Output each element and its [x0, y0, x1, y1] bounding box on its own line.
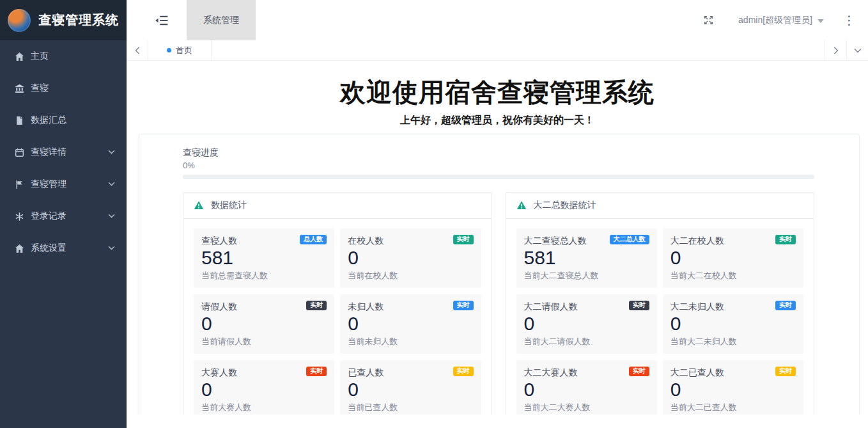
tab-home-label: 首页: [176, 45, 192, 56]
app-root: 查寝管理系统 主页 查寝 数据汇总 查寝详情 查寝管理 登录记录 系统设置: [0, 0, 868, 428]
stat-badge: 大二总人数: [610, 235, 649, 244]
sidebar-item-label: 主页: [31, 51, 115, 62]
stat-card: 在校人数 实时 0 当前在校人数: [340, 228, 481, 288]
sidebar-item-label: 查寝详情: [31, 147, 108, 158]
app-logo-area: 查寝管理系统: [0, 0, 127, 40]
sidebar-item-5[interactable]: 登录记录: [0, 200, 127, 232]
stat-badge: 实时: [453, 301, 474, 310]
stat-label: 大二在校人数: [670, 235, 724, 246]
stat-value: 0: [348, 313, 473, 334]
stat-label: 大二查寝总人数: [524, 235, 587, 246]
sidebar-item-label: 数据汇总: [31, 115, 115, 126]
main-content: 欢迎使用宿舍查寝管理系统 上午好，超级管理员，祝你有美好的一天！ 查寝进度 0%: [127, 61, 868, 415]
stat-footer: 当前已查人数: [348, 402, 473, 413]
stat-value: 0: [524, 379, 649, 400]
stat-footer: 当前在校人数: [348, 270, 473, 281]
stat-card: 大二查寝总人数 大二总人数 581 当前大二查寝总人数: [516, 228, 657, 288]
warning-icon: [194, 200, 204, 210]
progress-bar: [183, 175, 814, 179]
stat-label: 查寝人数: [201, 235, 237, 246]
stat-value: 0: [670, 313, 796, 334]
tabs-scroll-right-icon[interactable]: [825, 40, 846, 60]
home-icon: [14, 51, 24, 61]
stat-value: 0: [524, 313, 649, 334]
stat-card: 大二未归人数 实时 0 当前大二未归人数: [663, 294, 803, 354]
stat-card: 未归人数 实时 0 当前未归人数: [340, 294, 481, 354]
stat-value: 0: [348, 379, 473, 400]
stat-footer: 当前大赛人数: [201, 402, 327, 413]
sidebar-item-3[interactable]: 查寝详情: [0, 136, 127, 168]
stat-badge: 实时: [453, 235, 474, 244]
stat-card: 大二已查人数 实时 0 当前大二已查人数: [663, 360, 803, 415]
stat-card: 大赛人数 实时 0 当前大赛人数: [194, 360, 334, 415]
flag-icon: [14, 179, 24, 189]
stat-card: 已查人数 实时 0 当前已查人数: [340, 360, 481, 415]
fullscreen-icon[interactable]: [700, 12, 717, 29]
tabs-menu-icon[interactable]: [846, 40, 868, 60]
tab-system-management-label: 系统管理: [203, 15, 239, 26]
caret-down-icon: [818, 19, 824, 23]
stat-value: 581: [201, 248, 327, 268]
panel-body: 查寝人数 总人数 581 当前总需查寝人数 在校人数 实时 0 当前在校人数 请…: [183, 219, 492, 415]
active-tab-dot: [167, 48, 171, 52]
calendar-icon: [14, 147, 24, 157]
progress-label: 查寝进度: [183, 147, 814, 159]
sidebar-menu: 主页 查寝 数据汇总 查寝详情 查寝管理 登录记录 系统设置: [0, 40, 127, 264]
stat-badge: 实时: [775, 301, 796, 310]
dashboard-card: 查寝进度 0% 数据统计: [139, 134, 860, 415]
stat-label: 大赛人数: [201, 367, 237, 378]
stat-value: 0: [201, 379, 327, 400]
app-title: 查寝管理系统: [38, 12, 119, 29]
stat-label: 在校人数: [348, 235, 384, 246]
stat-label: 大二未归人数: [670, 301, 724, 312]
sidebar-item-0[interactable]: 主页: [0, 40, 127, 72]
stat-footer: 当前请假人数: [201, 336, 327, 347]
sidebar-item-1[interactable]: 查寝: [0, 72, 127, 104]
stat-card: 大二在校人数 实时 0 当前大二在校人数: [663, 228, 803, 288]
stat-footer: 当前大二查寝总人数: [524, 270, 649, 281]
sidebar-item-4[interactable]: 查寝管理: [0, 168, 127, 200]
stat-value: 0: [201, 313, 327, 334]
stat-card: 大二大赛人数 实时 0 当前大二大赛人数: [516, 360, 657, 415]
stat-label: 未归人数: [348, 301, 384, 312]
warning-icon: [516, 200, 527, 210]
tab-system-management[interactable]: 系统管理: [187, 0, 256, 40]
app-logo: [8, 9, 31, 32]
user-name: admin[超级管理员]: [738, 15, 812, 26]
stat-badge: 实时: [775, 235, 796, 244]
tabs-bar: 首页: [127, 40, 868, 61]
tabs-spacer: [212, 40, 825, 60]
panel-data-stats: 数据统计 查寝人数 总人数 581 当前总需查寝人数 在校人数 实时 0 当前在…: [183, 192, 492, 415]
stat-footer: 当前大二请假人数: [524, 336, 649, 347]
stat-badge: 实时: [306, 367, 327, 376]
stats-panels: 数据统计 查寝人数 总人数 581 当前总需查寝人数 在校人数 实时 0 当前在…: [183, 192, 814, 415]
chevron-down-icon: [108, 214, 115, 219]
stat-footer: 当前未归人数: [348, 336, 473, 347]
sidebar-item-label: 查寝: [31, 83, 115, 94]
panel-title: 数据统计: [211, 200, 247, 211]
chevron-down-icon: [108, 182, 115, 187]
sidebar-item-2[interactable]: 数据汇总: [0, 104, 127, 136]
stat-footer: 当前大二未归人数: [670, 336, 796, 347]
stat-card: 查寝人数 总人数 581 当前总需查寝人数: [194, 228, 334, 288]
panel-header: 大二总数据统计: [506, 193, 814, 219]
chevron-down-icon: [108, 150, 115, 155]
topbar: 系统管理 admin[超级管理员] ⋮: [127, 0, 868, 40]
stat-footer: 当前大二大赛人数: [524, 402, 649, 413]
sidebar-fold-icon[interactable]: [153, 12, 170, 29]
user-dropdown[interactable]: admin[超级管理员]: [738, 15, 824, 26]
stat-value: 581: [524, 248, 649, 268]
progress-percent: 0%: [183, 161, 814, 170]
asterisk-icon: [14, 211, 24, 221]
stat-badge: 实时: [453, 367, 474, 376]
stat-value: 0: [670, 248, 796, 268]
more-actions-icon[interactable]: ⋮: [841, 13, 858, 28]
stat-footer: 当前大二在校人数: [670, 270, 796, 281]
tabs-scroll-left-icon[interactable]: [127, 40, 148, 60]
sidebar-item-6[interactable]: 系统设置: [0, 232, 127, 264]
stat-card: 大二请假人数 实时 0 当前大二请假人数: [516, 294, 657, 354]
tab-home[interactable]: 首页: [148, 40, 212, 60]
stat-card: 请假人数 实时 0 当前请假人数: [194, 294, 334, 354]
stat-footer: 当前总需查寝人数: [201, 270, 327, 281]
panel-title: 大二总数据统计: [534, 200, 596, 211]
